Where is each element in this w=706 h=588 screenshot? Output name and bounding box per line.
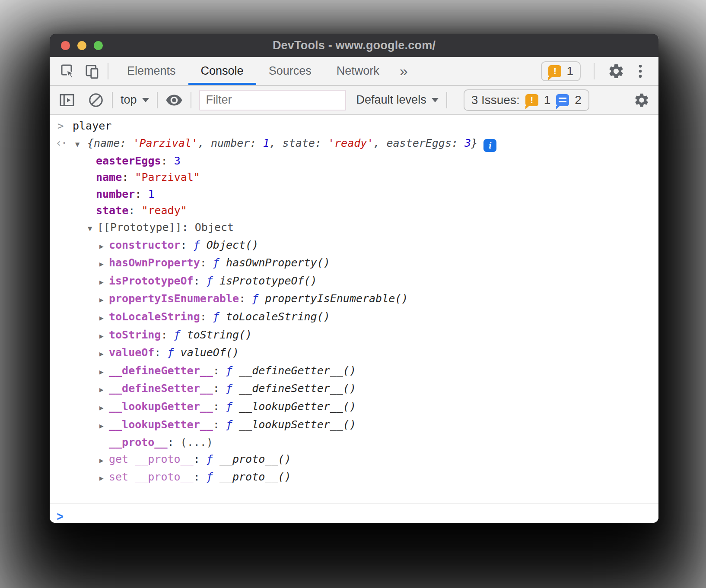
function-italic-f: ƒ	[226, 382, 239, 395]
console-prompt[interactable]: >	[50, 503, 658, 523]
info-icon[interactable]: i	[483, 139, 496, 152]
separator: :	[128, 204, 141, 217]
property-name: number	[96, 188, 135, 200]
device-toolbar-icon	[84, 63, 102, 80]
function-signature: isPrototypeOf()	[219, 275, 317, 287]
console-messages: >player‹·▼{name: 'Parzival', number: 1, …	[50, 115, 658, 487]
function-signature: __lookupSetter__()	[239, 418, 356, 431]
tab-console[interactable]: Console	[188, 57, 256, 85]
collapse-triangle-icon[interactable]: ▼	[88, 220, 97, 237]
command-chevron-icon: >	[57, 117, 73, 135]
console-row: state: "ready"	[50, 202, 658, 219]
preview-separator: ,	[270, 137, 283, 149]
proto-property-name: toString	[109, 329, 161, 341]
tab-label: Elements	[127, 64, 176, 78]
preview-key: name	[94, 137, 120, 149]
expand-triangle-icon[interactable]: ▶	[99, 274, 109, 291]
console-row: ▶valueOf: ƒ valueOf()	[50, 345, 658, 363]
expand-triangle-icon[interactable]: ▶	[99, 364, 109, 381]
console-row: ▶get __proto__: ƒ __proto__()	[50, 451, 658, 469]
proto-property-name: toLocaleString	[109, 310, 200, 323]
clear-console-button[interactable]	[88, 92, 104, 108]
function-italic-f: ƒ	[207, 453, 219, 465]
collapse-triangle-icon[interactable]: ▼	[75, 136, 87, 153]
breaking-change-icon: !	[525, 94, 538, 106]
more-tabs-icon[interactable]: »	[392, 63, 416, 79]
separator: :	[213, 382, 226, 395]
expand-triangle-icon[interactable]: ▶	[99, 382, 109, 398]
close-window-button[interactable]	[61, 41, 70, 50]
console-row: __proto__: (...)	[50, 434, 658, 451]
expand-triangle-icon[interactable]: ▶	[99, 452, 109, 469]
function-italic-f: ƒ	[207, 471, 219, 483]
function-signature: toString()	[187, 329, 252, 341]
proto-property-name: __lookupSetter__	[109, 418, 213, 431]
function-signature: valueOf()	[181, 346, 239, 359]
console-row: ▶isPrototypeOf: ƒ isPrototypeOf()	[50, 273, 658, 291]
divider	[112, 92, 113, 108]
expand-triangle-icon[interactable]: ▶	[99, 310, 109, 327]
expand-triangle-icon[interactable]: ▶	[99, 292, 109, 309]
more-options-button[interactable]	[632, 63, 649, 80]
message-bubble-icon	[556, 94, 569, 106]
expand-triangle-icon[interactable]: ▶	[99, 418, 109, 435]
expand-triangle-icon[interactable]: ▶	[99, 470, 109, 487]
issues-button[interactable]: 3 Issues: ! 1 2	[464, 89, 589, 111]
string-value: "Parzival"	[135, 171, 200, 183]
settings-button[interactable]	[607, 63, 625, 80]
object-class-name: Object	[195, 221, 234, 234]
proto-property-name: valueOf	[109, 346, 154, 359]
separator: :	[161, 329, 174, 341]
message-count: 2	[575, 93, 582, 107]
function-signature: __proto__()	[219, 471, 291, 483]
console-panel: >player‹·▼{name: 'Parzival', number: 1, …	[50, 115, 658, 523]
zoom-window-button[interactable]	[94, 41, 103, 50]
log-levels-dropdown[interactable]: Default levels	[356, 93, 439, 107]
three-dot-menu-icon	[632, 63, 649, 80]
expand-triangle-icon[interactable]: ▶	[99, 346, 109, 363]
console-row: ▶__lookupSetter__: ƒ __lookupSetter__()	[50, 417, 658, 435]
preview-brace: {	[87, 137, 94, 149]
separator: :	[194, 471, 207, 483]
spacer	[50, 487, 658, 503]
create-live-expression-button[interactable]	[165, 92, 183, 109]
function-signature: Object()	[207, 239, 258, 251]
console-row: >player	[50, 117, 658, 135]
tab-network[interactable]: Network	[324, 57, 392, 85]
tab-sources[interactable]: Sources	[256, 57, 324, 85]
divider	[157, 92, 158, 108]
show-console-sidebar-button[interactable]	[58, 92, 76, 109]
string-value: "ready"	[141, 204, 187, 217]
function-signature: hasOwnProperty()	[226, 256, 330, 269]
filter-input[interactable]	[199, 90, 346, 111]
console-settings-button[interactable]	[633, 92, 650, 108]
tab-bar-right-cluster: ! 1	[541, 61, 658, 81]
chevron-down-icon	[142, 98, 149, 102]
minimize-window-button[interactable]	[77, 41, 86, 50]
separator: :	[239, 292, 252, 305]
error-badge-button[interactable]: ! 1	[541, 61, 581, 81]
expand-triangle-icon[interactable]: ▶	[99, 238, 109, 255]
devtools-window: DevTools - www.google.com/ Elements	[50, 34, 658, 523]
separator: :	[182, 221, 195, 234]
tab-elements[interactable]: Elements	[114, 57, 188, 85]
eye-icon	[165, 92, 183, 109]
function-signature: __lookupGetter__()	[239, 400, 356, 413]
expand-triangle-icon[interactable]: ▶	[99, 400, 109, 417]
returned-value-icon: ‹·	[55, 135, 75, 152]
property-name: easterEggs	[96, 155, 161, 167]
expand-triangle-icon[interactable]: ▶	[99, 256, 109, 273]
toggle-device-toolbar-button[interactable]	[84, 63, 102, 80]
preview-number: 1	[263, 137, 269, 149]
panel-tabs: Elements Console Sources Network	[114, 57, 392, 85]
inspect-element-button[interactable]	[59, 63, 76, 80]
function-italic-f: ƒ	[252, 292, 265, 305]
javascript-context-selector[interactable]: top	[121, 93, 149, 107]
dim-value: (...)	[181, 436, 213, 449]
preview-number: 3	[464, 137, 471, 149]
number-value: 1	[148, 188, 154, 200]
expand-triangle-icon[interactable]: ▶	[99, 328, 109, 345]
issues-label: 3 Issues:	[471, 93, 520, 107]
function-italic-f: ƒ	[194, 239, 207, 251]
function-italic-f: ƒ	[174, 329, 187, 341]
